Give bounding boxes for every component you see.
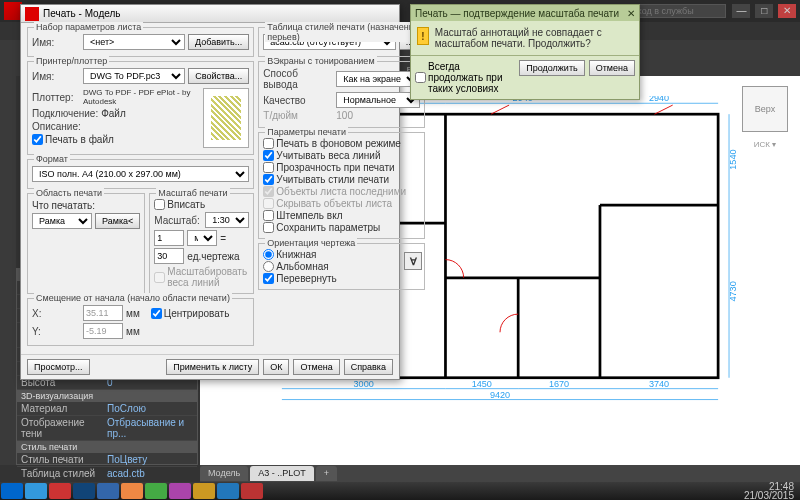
preview-button[interactable]: Просмотр... bbox=[27, 359, 90, 375]
add-pageset-button[interactable]: Добавить... bbox=[188, 34, 249, 50]
shaded-group: ВЭкраны с тонированием Способ выводаКак … bbox=[258, 61, 425, 128]
orient-landscape-radio[interactable] bbox=[263, 261, 274, 272]
collapse-button[interactable]: ∀ bbox=[404, 252, 422, 270]
orient-portrait-radio[interactable] bbox=[263, 249, 274, 260]
svg-text:3000: 3000 bbox=[354, 379, 374, 389]
opt-lw-check[interactable] bbox=[263, 150, 274, 161]
unit-select[interactable]: мм bbox=[187, 230, 217, 246]
layout-tabs: Модель A3 - ..PLOT + bbox=[200, 465, 800, 482]
center-check[interactable] bbox=[151, 308, 162, 319]
orientation-group: Ориентация чертежа Книжная Альбомная Пер… bbox=[258, 243, 425, 290]
shade-mode-select[interactable]: Как на экране bbox=[336, 71, 420, 87]
orient-upside-check[interactable] bbox=[263, 273, 274, 284]
printer-select[interactable]: DWG To PDF.pc3 bbox=[83, 68, 185, 84]
add-layout-tab[interactable]: + bbox=[316, 466, 337, 481]
offset-group: Смещение от начала (начало области печат… bbox=[27, 298, 254, 346]
cancel-button[interactable]: Отмена bbox=[293, 359, 339, 375]
confirm-dialog: Печать — подтверждение масштаба печати✕ … bbox=[410, 4, 640, 100]
layout-tab[interactable]: A3 - ..PLOT bbox=[250, 466, 314, 481]
model-tab[interactable]: Модель bbox=[200, 466, 248, 481]
plot-options-group: Параметры печати Печать в фоновом режиме… bbox=[258, 132, 425, 239]
svg-text:3740: 3740 bbox=[649, 379, 669, 389]
confirm-close-icon[interactable]: ✕ bbox=[627, 8, 635, 19]
confirm-message: Масштаб аннотаций не совпадает с масштаб… bbox=[435, 27, 633, 49]
app-icon bbox=[25, 7, 39, 21]
opt-hide-check bbox=[263, 198, 274, 209]
confirm-titlebar[interactable]: Печать — подтверждение масштаба печати✕ bbox=[411, 5, 639, 21]
taskbar-app-icon[interactable] bbox=[145, 483, 167, 499]
svg-text:1670: 1670 bbox=[549, 379, 569, 389]
property-row[interactable]: Стиль печатиПоЦвету bbox=[17, 453, 197, 467]
minimize-button[interactable]: — bbox=[732, 4, 750, 18]
taskbar-app-icon[interactable] bbox=[49, 483, 71, 499]
opt-save-check[interactable] bbox=[263, 222, 274, 233]
scale-group: Масштаб печати Вписать Масштаб:1:30 мм= … bbox=[149, 193, 254, 294]
apply-button[interactable]: Применить к листу bbox=[166, 359, 259, 375]
opt-styles-check[interactable] bbox=[263, 174, 274, 185]
taskbar-app-icon[interactable] bbox=[25, 483, 47, 499]
opt-bg-check[interactable] bbox=[263, 138, 274, 149]
fit-check[interactable] bbox=[154, 199, 165, 210]
left-toolbar[interactable] bbox=[0, 76, 16, 465]
property-row[interactable]: Отображение тениОтбрасывание и пр... bbox=[17, 416, 197, 441]
opt-stamp-check[interactable] bbox=[263, 210, 274, 221]
continue-button[interactable]: Продолжить bbox=[519, 60, 584, 76]
dialog-footer: Просмотр... Применить к листу ОК Отмена … bbox=[21, 354, 399, 379]
opt-last-check bbox=[263, 186, 274, 197]
taskbar-app-icon[interactable] bbox=[217, 483, 239, 499]
prop-section: 3D-визуализация bbox=[17, 390, 197, 402]
close-button[interactable]: ✕ bbox=[778, 4, 796, 18]
window-pick-button[interactable]: Рамка< bbox=[95, 213, 140, 229]
svg-text:9420: 9420 bbox=[490, 390, 510, 400]
system-tray[interactable]: 21:48 21/03/2015 bbox=[738, 482, 800, 500]
plot-area-select[interactable]: Рамка bbox=[32, 213, 92, 229]
svg-text:4730: 4730 bbox=[728, 281, 738, 301]
plot-area-group: Область печати Что печатать: Рамка Рамка… bbox=[27, 193, 145, 294]
taskbar-app-icon[interactable] bbox=[73, 483, 95, 499]
paper-group: Формат ISO полн. A4 (210.00 x 297.00 мм) bbox=[27, 159, 254, 189]
help-button[interactable]: Справка bbox=[344, 359, 393, 375]
window-controls: — □ ✕ bbox=[730, 4, 796, 18]
svg-text:1450: 1450 bbox=[472, 379, 492, 389]
taskbar-app-icon[interactable] bbox=[193, 483, 215, 499]
taskbar-app-icon[interactable] bbox=[241, 483, 263, 499]
taskbar-app-icon[interactable] bbox=[169, 483, 191, 499]
plot-style-group: Таблица стилей печати (назначение перьев… bbox=[258, 27, 425, 57]
always-check[interactable] bbox=[415, 72, 426, 83]
paper-size-select[interactable]: ISO полн. A4 (210.00 x 297.00 мм) bbox=[32, 166, 249, 182]
printer-props-button[interactable]: Свойства... bbox=[188, 68, 249, 84]
windows-taskbar[interactable]: 21:48 21/03/2015 bbox=[0, 482, 800, 500]
prop-section: Стиль печати bbox=[17, 441, 197, 453]
scale-lw-check[interactable] bbox=[154, 272, 165, 283]
scale-select[interactable]: 1:30 bbox=[205, 212, 249, 228]
ok-button[interactable]: ОК bbox=[263, 359, 289, 375]
printer-group: Принтер/плоттер Имя: DWG To PDF.pc3 Свой… bbox=[27, 61, 254, 155]
opt-trans-check[interactable] bbox=[263, 162, 274, 173]
offset-x-input bbox=[83, 305, 123, 321]
confirm-cancel-button[interactable]: Отмена bbox=[589, 60, 635, 76]
quality-select[interactable]: Нормальное bbox=[336, 92, 420, 108]
page-setup-group: Набор параметров листа Имя: <нет> Добави… bbox=[27, 27, 254, 57]
print-to-file-check[interactable] bbox=[32, 134, 43, 145]
page-setup-select[interactable]: <нет> bbox=[83, 34, 185, 50]
offset-y-input bbox=[83, 323, 123, 339]
maximize-button[interactable]: □ bbox=[755, 4, 773, 18]
warning-icon: ! bbox=[417, 27, 429, 45]
scale-den-input[interactable] bbox=[154, 248, 184, 264]
taskbar-app-icon[interactable] bbox=[97, 483, 119, 499]
scale-num-input[interactable] bbox=[154, 230, 184, 246]
start-button[interactable] bbox=[1, 483, 23, 499]
svg-text:2940: 2940 bbox=[649, 96, 669, 103]
property-row[interactable]: МатериалПоСлою bbox=[17, 402, 197, 416]
print-dialog: Печать - Модель Набор параметров листа И… bbox=[20, 4, 400, 380]
dialog-titlebar[interactable]: Печать - Модель bbox=[21, 5, 399, 23]
paper-preview bbox=[203, 88, 249, 148]
help-search-input[interactable] bbox=[626, 4, 726, 18]
svg-text:1540: 1540 bbox=[728, 150, 738, 170]
dialog-title: Печать - Модель bbox=[43, 8, 121, 19]
taskbar-app-icon[interactable] bbox=[121, 483, 143, 499]
